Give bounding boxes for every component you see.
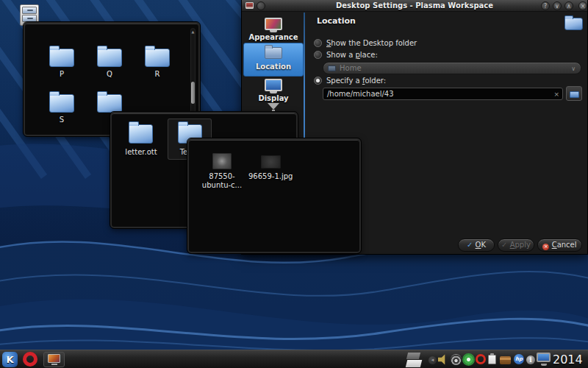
display-settings-icon[interactable] [537, 353, 551, 362]
taskbar: K ◂ hp i 2014 [0, 350, 588, 368]
scrollbar-thumb[interactable] [191, 82, 195, 104]
help-button[interactable]: ? [541, 1, 550, 10]
clock[interactable]: 2014 [553, 353, 583, 367]
pager-desktop-1[interactable] [406, 353, 420, 359]
task-desktop-settings[interactable] [43, 352, 65, 367]
wallet-icon[interactable] [500, 356, 511, 364]
updates-gear-icon[interactable] [464, 355, 473, 364]
display-icon [265, 79, 282, 91]
header-folder-icon [564, 18, 583, 30]
opera-launcher-icon[interactable] [23, 352, 37, 367]
radio-show-desktop-folder-label[interactable]: Show the Desktop folder [326, 39, 417, 47]
task-icon [48, 354, 60, 363]
shade-button[interactable]: ∨ [553, 1, 562, 10]
image-thumbnail [212, 153, 232, 169]
maximize-button[interactable]: ∧ [564, 1, 573, 10]
opera-tray-icon[interactable] [476, 354, 486, 364]
scroll-up-icon[interactable]: ▲ [191, 29, 195, 34]
radio-show-a-place-label[interactable]: Show a place: [326, 51, 378, 59]
folderview-images: 87550- ubuntu-c... 96659-1.jpg [187, 138, 361, 253]
browse-folder-icon [570, 91, 579, 98]
place-combobox-value: Home [340, 64, 362, 72]
kde-menu-button[interactable]: K [2, 352, 18, 367]
ok-button[interactable]: ✓ OK [458, 238, 495, 252]
cancel-button[interactable]: × Cancel [537, 238, 582, 252]
chevron-down-icon: ∨ [571, 63, 576, 74]
folder-path-input[interactable]: /home/michael/43 × [323, 88, 563, 100]
location-folder-icon [265, 47, 282, 59]
tray-expander-icon[interactable]: ◂ [429, 356, 437, 364]
sidebar-item-location[interactable]: Location [243, 46, 304, 71]
radio-specify-a-folder-label[interactable]: Specify a folder: [326, 77, 386, 85]
pager-desktop-2[interactable] [406, 360, 422, 367]
page-title: Location [317, 16, 356, 26]
place-combobox: Home ∨ [323, 62, 581, 74]
dialog-titlebar[interactable]: Desktop Settings - Plasma Workspace ? ∨ … [242, 0, 587, 12]
cancel-icon: × [542, 244, 549, 250]
close-icon[interactable]: × [578, 1, 587, 10]
clipboard-icon[interactable] [488, 355, 496, 364]
radio-show-desktop-folder[interactable] [314, 39, 322, 47]
dialog-title: Desktop Settings - Plasma Workspace [242, 1, 587, 10]
sidebar-item-appearance[interactable]: Appearance [243, 18, 304, 41]
apply-button: ✓ Apply [498, 238, 534, 252]
hp-icon[interactable]: hp [514, 354, 524, 364]
radio-specify-a-folder[interactable] [314, 77, 322, 85]
network-icon[interactable] [451, 354, 462, 365]
desktop: Fil Desktop Settings - Plasma Workspace … [0, 0, 588, 368]
sidebar-item-display[interactable]: Display [243, 79, 304, 102]
folder-path-value: /home/michael/43 [327, 90, 394, 98]
image-thumbnail [261, 155, 281, 169]
info-icon[interactable]: i [526, 355, 535, 364]
clear-input-icon[interactable]: × [553, 89, 559, 100]
volume-icon[interactable] [438, 354, 449, 365]
browse-folder-button[interactable] [566, 86, 582, 101]
funnel-icon [268, 103, 279, 110]
home-folder-icon [328, 66, 336, 71]
appearance-icon [265, 18, 282, 30]
radio-show-a-place[interactable] [314, 51, 322, 59]
desktop-pager[interactable] [405, 351, 426, 368]
